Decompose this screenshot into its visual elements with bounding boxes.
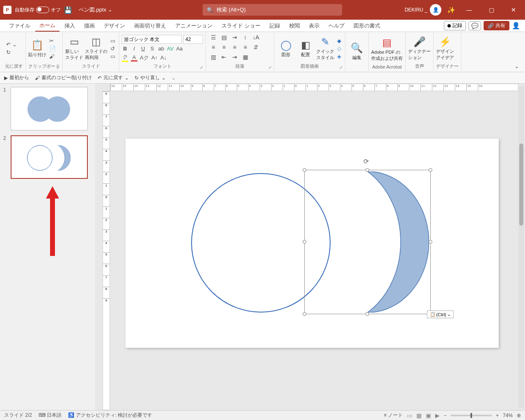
accessibility-checker[interactable]: ♿ アクセシビリティ: 検討が必要です <box>68 412 152 419</box>
notes-button[interactable]: ≡ ノート <box>384 412 403 419</box>
smartart-button[interactable]: ▦ <box>240 54 250 63</box>
line-spacing-button[interactable]: ↕ <box>240 34 250 43</box>
autosave-toggle[interactable]: 自動保存 オフ <box>15 7 61 14</box>
highlight-color-button[interactable]: ク <box>122 53 128 62</box>
tab-home[interactable]: ホーム <box>35 20 59 32</box>
layout-button[interactable]: ▭ <box>109 37 116 44</box>
zoom-slider[interactable] <box>451 415 492 416</box>
qat-customize-icon[interactable]: ⌄ <box>171 75 176 81</box>
qat-format-painter[interactable]: 🖌 書式のコピー/貼り付け <box>35 74 92 81</box>
resize-handle[interactable] <box>429 240 432 244</box>
justify-button[interactable]: ≡ <box>240 44 250 53</box>
list-level-button[interactable]: ⇥ <box>230 34 240 43</box>
record-button[interactable]: 記録 <box>444 21 466 30</box>
resize-handle[interactable] <box>365 312 369 316</box>
close-button[interactable]: ✕ <box>505 2 522 18</box>
share-button[interactable]: 🔗 共有 <box>484 21 509 30</box>
bullets-button[interactable]: ☰ <box>208 34 218 43</box>
qat-from-beginning[interactable]: ▶ 最初から <box>4 74 29 81</box>
slide-canvas[interactable]: ⟳ 📋(Ctrl) ⌄ <box>126 139 499 348</box>
coming-soon-icon[interactable]: ✨ <box>447 6 455 14</box>
zoom-in-button[interactable]: + <box>496 413 499 418</box>
drawing-launcher[interactable]: ⤢ <box>339 65 342 70</box>
tab-help[interactable]: ヘルプ <box>324 21 349 31</box>
increase-indent-button[interactable]: ⇥ <box>230 54 240 63</box>
underline-button[interactable]: U <box>140 46 146 52</box>
format-painter-button[interactable]: 🖌 <box>48 53 57 60</box>
filename[interactable]: ベン図.pptx ⌄ <box>79 6 112 14</box>
text-direction-button[interactable]: ↓A <box>251 34 261 43</box>
reset-button[interactable]: ↺ <box>109 45 116 52</box>
collapse-ribbon-icon[interactable]: ⌄ <box>511 33 523 71</box>
arrange-button[interactable]: ◧配置 <box>297 39 315 58</box>
align-vert-button[interactable]: ⇵ <box>251 44 261 53</box>
slide-thumbnail-2[interactable] <box>11 135 88 179</box>
reading-view-button[interactable]: ▣ <box>426 412 431 419</box>
comments-button[interactable]: 💬 <box>468 21 481 30</box>
minimize-button[interactable]: — <box>461 2 477 18</box>
font-size-select[interactable] <box>183 35 203 44</box>
decrease-font-button[interactable]: A↓ <box>160 55 167 61</box>
dictate-button[interactable]: 🎤ディクテー ション <box>408 36 431 61</box>
slide-thumbnail-1[interactable] <box>11 87 88 130</box>
language-indicator[interactable]: ⌨ 日本語 <box>39 412 62 419</box>
columns-button[interactable]: ▥ <box>208 54 218 63</box>
resize-handle[interactable] <box>429 168 432 172</box>
vertical-scrollbar[interactable] <box>518 86 524 408</box>
paste-button[interactable]: 📋貼り付け <box>28 39 46 58</box>
resize-handle[interactable] <box>365 168 369 172</box>
numbering-button[interactable]: ▤ <box>219 34 229 43</box>
resize-handle[interactable] <box>303 312 306 316</box>
normal-view-button[interactable]: ▭ <box>407 412 412 419</box>
tab-design[interactable]: デザイン <box>100 21 129 31</box>
tab-transition[interactable]: 画面切り替え <box>130 21 170 31</box>
change-case-button[interactable]: Aa <box>176 46 183 52</box>
strike-button[interactable]: S <box>149 46 155 52</box>
tab-shape-format[interactable]: 図形の書式 <box>349 21 384 31</box>
tab-record[interactable]: 記録 <box>265 21 284 31</box>
quick-styles-button[interactable]: ✎クイック スタイル <box>316 36 334 61</box>
tab-slideshow[interactable]: スライド ショー <box>217 21 265 31</box>
new-slide-button[interactable]: ▭新しい スライド <box>65 36 83 61</box>
shape-fill-button[interactable]: ◆ <box>336 37 342 44</box>
resize-handle[interactable] <box>303 168 306 172</box>
maximize-button[interactable]: ▢ <box>483 2 500 18</box>
qat-undo[interactable]: ↶ 元に戻す ⌄ <box>98 74 129 81</box>
sorter-view-button[interactable]: ▦ <box>416 412 422 419</box>
qat-redo[interactable]: ↻ やり直し ⌄ <box>135 74 166 81</box>
editing-button[interactable]: 🔍編集 <box>348 42 366 61</box>
fit-to-window-button[interactable]: ⊕ <box>517 413 521 418</box>
section-button[interactable]: ▭ <box>109 53 116 60</box>
shapes-button[interactable]: ◯図形 <box>277 39 295 58</box>
font-family-select[interactable] <box>122 35 182 44</box>
search-input[interactable]: 🔍 検索 (Alt+Q) <box>203 4 342 16</box>
tab-insert[interactable]: 挿入 <box>60 21 79 31</box>
tab-file[interactable]: ファイル <box>5 21 34 31</box>
char-spacing-button[interactable]: AV <box>167 46 173 52</box>
paste-options-button[interactable]: 📋(Ctrl) ⌄ <box>427 310 454 318</box>
font-color-button[interactable]: A <box>131 54 137 62</box>
shape-outline-button[interactable]: ◇ <box>336 45 342 52</box>
slide-counter[interactable]: スライド 2/2 <box>4 412 32 419</box>
resize-handle[interactable] <box>303 240 306 244</box>
italic-button[interactable]: I <box>131 46 137 52</box>
reuse-slides-button[interactable]: ◫スライドの 再利用 <box>85 36 107 61</box>
clipboard-launcher[interactable]: ⤢ <box>57 65 60 70</box>
align-right-button[interactable]: ≡ <box>230 44 240 53</box>
increase-font-button[interactable]: A↑ <box>151 55 158 61</box>
tab-review[interactable]: 校閲 <box>285 21 304 31</box>
shape-crescent-selected[interactable]: ⟳ 📋(Ctrl) ⌄ <box>306 171 429 313</box>
tab-view[interactable]: 表示 <box>305 21 324 31</box>
adobe-pdf-button[interactable]: ▤Adobe PDF の 作成および共有 <box>371 37 403 62</box>
decrease-indent-button[interactable]: ⇤ <box>219 54 229 63</box>
copy-button[interactable]: 📄 <box>48 45 57 52</box>
undo-button[interactable]: ↶ ⌄ <box>5 41 18 48</box>
zoom-level[interactable]: 74% <box>503 413 513 418</box>
clear-format-button[interactable]: Aク <box>140 54 149 62</box>
align-center-button[interactable]: ≡ <box>219 44 229 53</box>
font-launcher[interactable]: ⤢ <box>200 65 203 70</box>
slideshow-view-button[interactable]: ▶ <box>435 412 440 419</box>
rotate-handle-icon[interactable]: ⟳ <box>363 158 372 166</box>
user-menu-icon[interactable]: 👤 <box>512 22 520 30</box>
tab-draw[interactable]: 描画 <box>80 21 99 31</box>
